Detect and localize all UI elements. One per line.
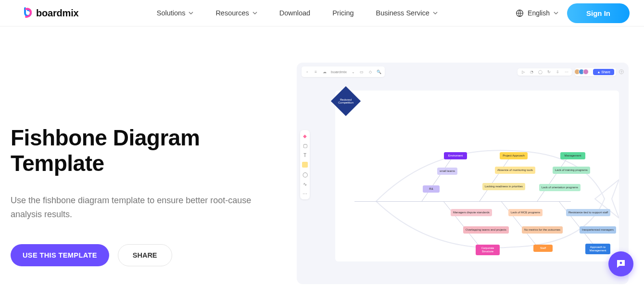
more-tools-icon[interactable]: ⋯: [302, 191, 308, 196]
nav-resources-label: Resources: [215, 9, 249, 17]
fishbone-category: Corporate Structure: [476, 245, 500, 255]
fishbone-category: Enviroment: [444, 152, 467, 159]
shape-tool-icon[interactable]: ◯: [302, 171, 308, 177]
cta-row: USE THIS TEMPLATE SHARE: [11, 244, 278, 266]
fishbone-cause: R&: [423, 185, 440, 193]
svg-point-7: [620, 262, 622, 264]
preview-toolbar-right: ▷ ◔ ◯ ↻ ⇩ ⋯: [518, 68, 572, 76]
play-icon[interactable]: ▷: [521, 70, 525, 74]
timer-icon[interactable]: ◔: [530, 70, 534, 74]
fishbone-cause: Lack of orientation programs: [539, 184, 581, 191]
nav-download[interactable]: Download: [279, 9, 311, 17]
preview-doc-title: boardmix: [331, 70, 347, 74]
fishbone-cause: Absence of monitoring tools: [495, 167, 535, 174]
fish-outline: [335, 91, 619, 261]
nav-download-label: Download: [279, 9, 311, 17]
nav-solutions-label: Solutions: [157, 9, 186, 17]
menu-icon[interactable]: ≡: [314, 70, 318, 74]
preview-toolbar-left: ‹ ≡ ☁ boardmix ⌄ ▭ ◇ 🔍: [302, 66, 385, 77]
signin-button[interactable]: Sign In: [567, 3, 630, 23]
share-button[interactable]: SHARE: [118, 244, 172, 266]
fishbone-category: Approach to Management: [585, 244, 610, 254]
sticky-tool-icon[interactable]: [302, 162, 308, 168]
help-icon[interactable]: ?: [619, 69, 624, 74]
preview-side-toolbar: ◆ ▢ T ◯ ∿ ⋯: [300, 130, 310, 199]
chat-bubble-icon: [615, 258, 627, 270]
fishbone-cause: Managers dispute standards: [451, 209, 492, 216]
frame-tool-icon[interactable]: ▢: [302, 143, 308, 148]
header-right: English Sign In: [516, 3, 630, 23]
nav-pricing-label: Pricing: [332, 9, 354, 17]
hero-copy: Fishbone Diagram Template Use the fishbo…: [11, 63, 278, 284]
more-icon[interactable]: ⋯: [564, 70, 568, 74]
site-header: boardmix Solutions Resources Download Pr…: [0, 0, 644, 26]
fishbone-cause: small teams: [437, 168, 457, 175]
nav-solutions[interactable]: Solutions: [157, 9, 194, 17]
frame-icon[interactable]: ▭: [360, 70, 364, 74]
history-icon[interactable]: ↻: [547, 70, 551, 74]
nav-business-label: Business Service: [376, 9, 429, 17]
page-title: Fishbone Diagram Template: [11, 125, 278, 176]
text-tool-icon[interactable]: T: [302, 152, 308, 158]
back-icon[interactable]: ‹: [305, 70, 309, 74]
globe-icon: [516, 9, 524, 17]
fishbone-cause: Lack of MCE programs: [508, 209, 543, 216]
brand-name: boardmix: [36, 8, 78, 19]
cursor-tool-icon[interactable]: ◆: [302, 133, 308, 139]
fishbone-cause: Inexperienced managers: [580, 226, 616, 234]
chat-fab[interactable]: [608, 251, 633, 276]
chevron-down-icon: [189, 11, 193, 15]
chevron-down-icon: [554, 11, 558, 15]
nav-resources[interactable]: Resources: [215, 9, 257, 17]
language-selector[interactable]: English: [516, 9, 558, 17]
nav-pricing[interactable]: Pricing: [332, 9, 354, 17]
fishbone-cause: Resistance tied to support staff: [566, 209, 610, 216]
brand-logo[interactable]: boardmix: [22, 7, 78, 19]
fish-spine: [354, 201, 571, 202]
tag-icon[interactable]: ◇: [368, 70, 373, 74]
preview-top-bar: ‹ ≡ ☁ boardmix ⌄ ▭ ◇ 🔍 ▷ ◔ ◯ ↻ ⇩: [297, 66, 629, 77]
preview-share-button[interactable]: ▲ Share: [593, 69, 614, 75]
fishbone-cause: Lack of training programs: [553, 167, 590, 174]
top-nav: Solutions Resources Download Pricing Bus…: [78, 9, 516, 17]
chat-icon[interactable]: ◯: [538, 70, 543, 74]
chevron-down-icon[interactable]: ⌄: [351, 70, 355, 74]
use-template-button[interactable]: USE THIS TEMPLATE: [11, 244, 109, 266]
search-icon[interactable]: 🔍: [377, 70, 381, 74]
preview-collab: ▲ Share: [575, 68, 616, 76]
export-icon[interactable]: ⇩: [556, 70, 560, 74]
chevron-down-icon: [253, 11, 257, 15]
preview-canvas: Reduced Competition Enviroment Project A…: [335, 91, 619, 261]
page-description: Use the fishbone diagram template to ens…: [11, 194, 278, 222]
fishbone-category: Staff: [533, 245, 553, 252]
language-label: English: [528, 9, 550, 17]
boardmix-logo-icon: [22, 7, 33, 19]
fishbone-cause: Lacking readiness in priorities: [482, 183, 525, 190]
fishbone-cause: Overlapping teams and projects: [463, 226, 509, 234]
fishbone-cause: No metrics for the outcomes: [522, 226, 563, 234]
connector-tool-icon[interactable]: ∿: [302, 181, 308, 187]
avatar: [583, 69, 589, 75]
nav-business[interactable]: Business Service: [376, 9, 438, 17]
hero-section: Fishbone Diagram Template Use the fishbo…: [0, 26, 644, 284]
fishbone-category: Project Approach: [500, 152, 528, 159]
collaborator-avatars: [576, 69, 589, 75]
template-preview: ‹ ≡ ☁ boardmix ⌄ ▭ ◇ 🔍 ▷ ◔ ◯ ↻ ⇩: [297, 63, 629, 284]
chevron-down-icon: [433, 11, 438, 15]
fishbone-category: Management: [560, 152, 585, 159]
cloud-icon: ☁: [322, 70, 327, 74]
